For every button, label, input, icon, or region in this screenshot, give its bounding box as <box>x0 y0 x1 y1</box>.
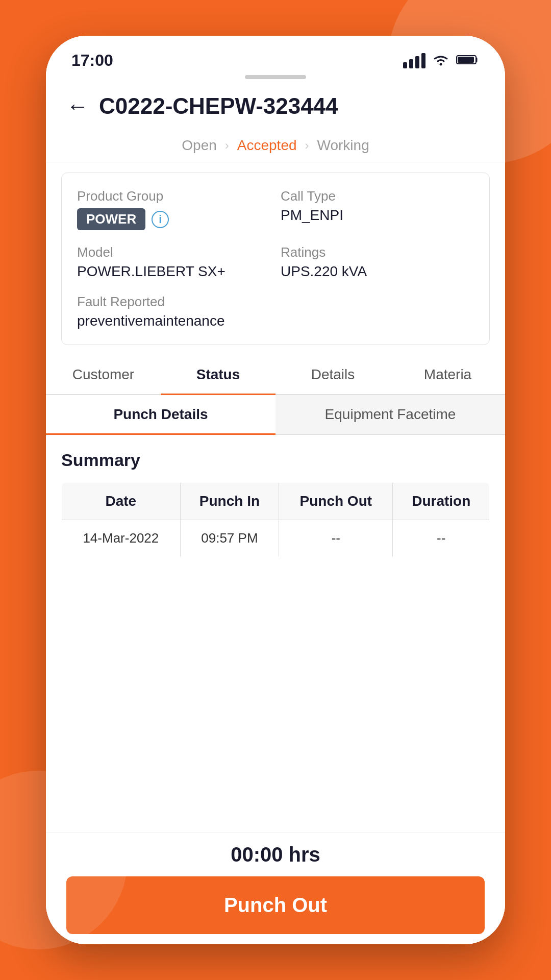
cell-punch-in: 09:57 PM <box>180 520 279 557</box>
tab-equipment-facetime[interactable]: Equipment Facetime <box>276 395 505 434</box>
svg-rect-2 <box>458 57 474 63</box>
model-label: Model <box>77 244 270 260</box>
back-button[interactable]: ← <box>66 95 89 117</box>
content-area: Summary Date Punch In Punch Out Duration… <box>46 435 505 832</box>
col-punch-out: Punch Out <box>279 483 393 520</box>
col-duration: Duration <box>393 483 490 520</box>
fault-label: Fault Reported <box>77 294 474 310</box>
info-card: Product Group POWER i Call Type PM_ENPI … <box>61 173 490 345</box>
col-punch-in: Punch In <box>180 483 279 520</box>
power-badge: POWER <box>77 208 145 230</box>
drag-indicator <box>245 75 306 79</box>
ratings-label: Ratings <box>281 244 474 260</box>
call-type-label: Call Type <box>281 188 474 204</box>
step-arrow-1: › <box>225 138 229 153</box>
step-accepted[interactable]: Accepted <box>237 137 297 154</box>
tab-customer[interactable]: Customer <box>46 355 161 394</box>
fault-field: Fault Reported preventivemaintenance <box>77 294 474 329</box>
model-value: POWER.LIEBERT SX+ <box>77 263 270 280</box>
step-open[interactable]: Open <box>182 137 217 154</box>
product-group-label: Product Group <box>77 188 270 204</box>
main-tabs: Customer Status Details Materia <box>46 355 505 395</box>
status-bar: 17:00 <box>46 36 505 75</box>
phone-screen: 17:00 <box>46 36 505 944</box>
phone-frame: 17:00 <box>46 36 505 944</box>
sub-tabs: Punch Details Equipment Facetime <box>46 395 505 435</box>
col-date: Date <box>62 483 181 520</box>
punch-out-button[interactable]: Punch Out <box>66 876 485 934</box>
call-type-field: Call Type PM_ENPI <box>281 188 474 230</box>
summary-table: Date Punch In Punch Out Duration 14-Mar-… <box>61 482 490 557</box>
bottom-section: 00:00 hrs Punch Out <box>46 832 505 944</box>
cell-duration: -- <box>393 520 490 557</box>
svg-point-0 <box>440 63 442 65</box>
status-time: 17:00 <box>71 51 113 70</box>
cell-date: 14-Mar-2022 <box>62 520 181 557</box>
summary-title: Summary <box>61 450 490 470</box>
total-hours: 00:00 hrs <box>66 843 485 866</box>
ratings-field: Ratings UPS.220 kVA <box>281 244 474 280</box>
table-row: 14-Mar-2022 09:57 PM -- -- <box>62 520 490 557</box>
product-group-field: Product Group POWER i <box>77 188 270 230</box>
ratings-value: UPS.220 kVA <box>281 263 474 280</box>
tab-punch-details[interactable]: Punch Details <box>46 395 276 434</box>
wifi-icon <box>432 53 450 69</box>
page-title: C0222-CHEPW-323444 <box>99 93 338 119</box>
signal-bars-icon <box>403 53 425 68</box>
model-field: Model POWER.LIEBERT SX+ <box>77 244 270 280</box>
status-icons <box>403 53 480 69</box>
call-type-value: PM_ENPI <box>281 207 474 224</box>
tab-material[interactable]: Materia <box>390 355 505 394</box>
battery-icon <box>456 54 480 68</box>
step-working[interactable]: Working <box>317 137 369 154</box>
fault-value: preventivemaintenance <box>77 313 474 329</box>
progress-steps: Open › Accepted › Working <box>46 129 505 162</box>
tab-status[interactable]: Status <box>161 355 276 394</box>
tab-details[interactable]: Details <box>276 355 390 394</box>
header: ← C0222-CHEPW-323444 <box>46 83 505 129</box>
info-icon[interactable]: i <box>152 211 169 228</box>
step-arrow-2: › <box>305 138 309 153</box>
cell-punch-out: -- <box>279 520 393 557</box>
